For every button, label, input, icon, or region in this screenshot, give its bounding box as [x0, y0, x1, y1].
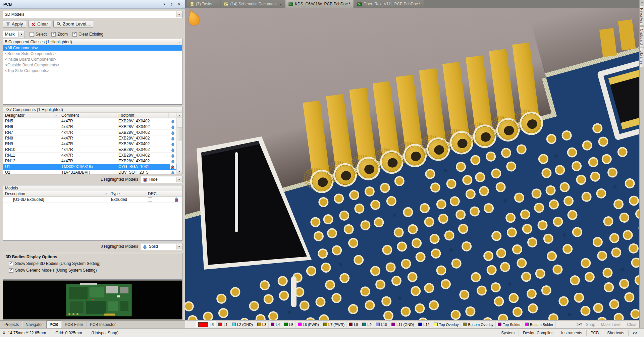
column-footprint[interactable]: Footprint [116, 113, 169, 118]
scrollbar-thumb[interactable] [177, 127, 182, 141]
layer-tab[interactable]: L2 (GND) [230, 321, 255, 328]
status-menu-item[interactable]: PCB [586, 330, 603, 336]
scroll-down-icon[interactable]: ▼ [177, 169, 182, 174]
component-row[interactable]: RN7 4x47R EXB28V_4X0402 [3, 130, 182, 135]
mask-mode-select[interactable]: Mask ▼ [3, 31, 25, 38]
model-row[interactable]: [U1-3D Extruded] Extruded [3, 197, 182, 203]
panel-tab[interactable]: PCB [46, 321, 61, 328]
layer-bar-button[interactable]: Mask Level [598, 322, 624, 327]
status-menu-item[interactable]: Design Compiler [519, 330, 557, 336]
component-row[interactable]: RN11 4x47R EXB28V_4X0402 [3, 153, 182, 158]
component-class-row[interactable]: <Top Side Components> [3, 68, 182, 73]
zoom-level-button[interactable]: Zoom Level... [53, 20, 93, 28]
board-preview[interactable] [3, 280, 182, 320]
chevron-down-icon[interactable]: ▼ [18, 32, 24, 37]
panel-overflow-icon[interactable]: » [640, 0, 644, 5]
checkbox[interactable] [51, 32, 56, 37]
cell-model-icon [169, 119, 177, 123]
layer-tab[interactable]: L6 (PWR) [296, 321, 321, 328]
column-drc[interactable]: DRC [146, 191, 182, 196]
panel-dropdown-icon[interactable]: ▼ [162, 2, 167, 7]
right-panel-tab[interactable]: Libraries [640, 48, 644, 67]
layer-tab[interactable]: L1 [216, 321, 230, 328]
status-menu-item[interactable]: Instruments [557, 330, 586, 336]
document-tab[interactable]: (14) Schematic Document ▼ [221, 0, 285, 8]
component-row[interactable]: RN5 4x47R EXB28V_4X0402 [3, 118, 182, 124]
layer-tab[interactable]: L11 (GND) [389, 321, 416, 328]
layer-tab[interactable]: L5 [282, 321, 296, 328]
checkbox[interactable] [72, 32, 77, 37]
column-type[interactable]: Type [109, 191, 146, 196]
status-menu-item[interactable]: System [497, 330, 519, 336]
chevron-down-icon[interactable]: ▼ [279, 3, 282, 5]
component-row[interactable]: RN6 4x47R EXB28V_4X0402 [3, 124, 182, 130]
column-description[interactable]: Description∕ [3, 191, 109, 196]
scroll-up-icon[interactable]: ▲ [177, 113, 182, 118]
components-table-header[interactable]: 737 Components (1 Highlighted) [3, 107, 182, 113]
column-comment[interactable]: Comment [59, 113, 116, 118]
panel-pin-icon[interactable] [169, 2, 174, 7]
components-scrollbar[interactable]: ▲ ▼ [176, 113, 182, 174]
checkbox[interactable] [30, 32, 34, 37]
mask-checkbox[interactable]: Select [30, 32, 47, 37]
layer-tab[interactable]: L9 [360, 321, 374, 328]
component-row[interactable]: RN12 4x47R EXB28V_4X0402 [3, 158, 182, 164]
panel-close-icon[interactable]: ✕ [176, 2, 182, 7]
document-tab[interactable]: Open Rex_V1I1_PCB.PcbDoc * ▼ [354, 0, 424, 8]
snap-options-icon[interactable] [576, 322, 582, 327]
component-class-row[interactable]: <Bottom Side Components> [3, 51, 182, 56]
panel-tab[interactable]: PCB Inspector [87, 321, 119, 328]
status-menu-item[interactable]: Shortcuts [603, 330, 628, 336]
display-option-row[interactable]: Show Generic Models (Using System Settin… [9, 268, 179, 273]
status-overflow-button[interactable]: >> [628, 330, 641, 336]
component-class-row[interactable]: <All Components> [3, 45, 182, 51]
apply-button[interactable]: Apply [3, 20, 26, 28]
chevron-down-icon[interactable]: ▼ [176, 11, 182, 17]
layer-tab[interactable]: Bottom Solder [523, 321, 556, 328]
checkbox[interactable] [9, 262, 13, 266]
model-display-mode-select[interactable]: Hide ▼ [141, 176, 182, 183]
component-class-row[interactable]: <Inside Board Components> [3, 56, 182, 62]
checkbox[interactable] [9, 268, 13, 273]
panel-mode-select[interactable]: 3D Models ▼ [3, 11, 182, 18]
layer-tab[interactable]: L7 (PWR) [321, 321, 347, 328]
component-row[interactable]: RN8 4x47R EXB28V_4X0402 [3, 135, 182, 141]
component-row[interactable]: U1 TMS320C6A816x CYG_BGA_1031 [3, 164, 182, 170]
scrollbar-track[interactable] [177, 118, 182, 169]
display-option-row[interactable]: Show Simple 3D Bodies (Using System Sett… [9, 261, 179, 266]
chevron-down-icon[interactable]: ▼ [176, 177, 182, 182]
layer-tab[interactable]: Bottom Overlay [461, 321, 496, 328]
layer-bar-button[interactable]: Clear [624, 322, 639, 327]
right-panel-tab[interactable]: Favorites [640, 6, 644, 25]
droplet-icon [171, 142, 175, 146]
document-tab[interactable]: KDS_C6A816x_PCB.PcbDoc * ▼ [285, 0, 354, 8]
column-designator[interactable]: Designator∕ [3, 113, 59, 118]
layer-tab[interactable]: L3 [255, 321, 269, 328]
layer-tab[interactable]: L10 [374, 321, 389, 328]
panel-tab[interactable]: Projects [1, 321, 22, 328]
layer-tab[interactable]: L12 [416, 321, 432, 328]
component-row[interactable]: RN9 4x47R EXB28V_4X0402 [3, 141, 182, 147]
layer-tab[interactable]: L8 [347, 321, 360, 328]
layer-tab[interactable]: LS [196, 321, 216, 328]
panel-tab[interactable]: PCB Filter [61, 321, 87, 328]
component-row[interactable]: RN10 4x47R EXB28V_4X0402 [3, 147, 182, 153]
right-panel-tab[interactable]: Clipboard [640, 26, 644, 47]
layer-tab[interactable]: L4 [269, 321, 282, 328]
document-tab[interactable]: (7) Tasks ▼ [187, 0, 220, 8]
mask-checkbox[interactable]: Clear Existing [72, 32, 103, 37]
component-classes-header[interactable]: 5 Component Classes (1 Highlighted) ∕ [3, 39, 182, 45]
layer-bar-button[interactable]: Snap [583, 322, 598, 327]
clear-button[interactable]: Clear [28, 20, 51, 28]
component-row[interactable]: U2 TLV431AIDBVR DBV_SOT_23_5 [3, 170, 182, 174]
panel-tab[interactable]: Navigator [22, 321, 46, 328]
component-class-row[interactable]: <Outside Board Components> [3, 62, 182, 68]
mask-checkbox[interactable]: Zoom [51, 32, 68, 37]
pcb-3d-viewport[interactable] [185, 8, 639, 320]
layer-tab[interactable]: Top Overlay [432, 321, 461, 328]
chevron-down-icon[interactable]: ▼ [215, 3, 217, 5]
drc-checkbox[interactable] [148, 198, 152, 202]
layer-tab[interactable]: Top Solder [496, 321, 523, 328]
chevron-down-icon[interactable]: ▼ [176, 244, 182, 249]
body-display-mode-select[interactable]: Solid ▼ [141, 243, 182, 250]
